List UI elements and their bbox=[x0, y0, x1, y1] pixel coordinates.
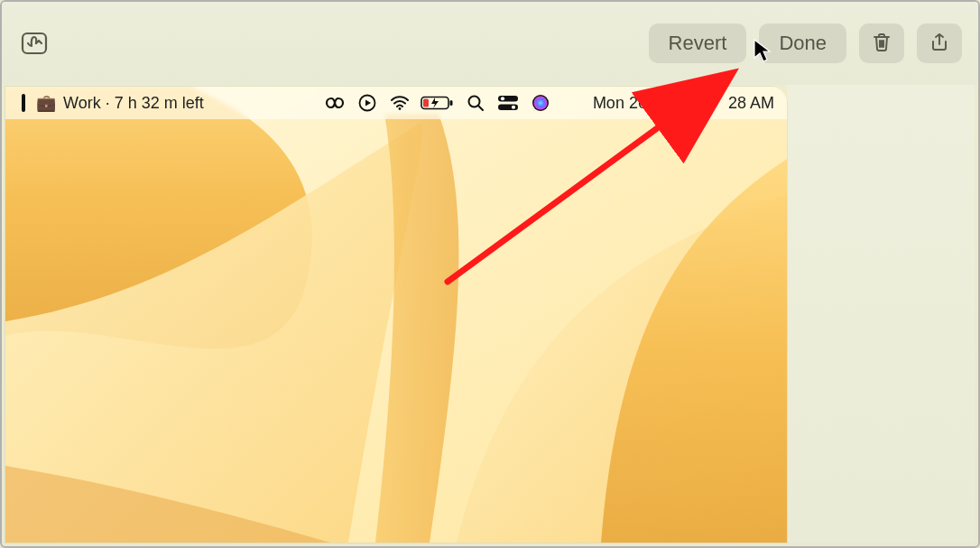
infinity-icon[interactable] bbox=[322, 95, 347, 111]
briefcase-icon[interactable]: 💼 bbox=[36, 93, 56, 113]
menubar-time-partial: 28 AM bbox=[728, 94, 774, 112]
markup-icon[interactable] bbox=[18, 27, 51, 60]
focus-time-remaining: 7 h 32 m left bbox=[115, 94, 204, 112]
svg-point-10 bbox=[501, 97, 504, 100]
focus-name: Work bbox=[63, 94, 101, 112]
macos-menubar: 💼 Work · 7 h 32 m left bbox=[5, 87, 787, 119]
menubar-date: Mon 26 Sept bbox=[593, 94, 685, 112]
revert-button[interactable]: Revert bbox=[649, 23, 747, 63]
siri-icon[interactable] bbox=[528, 94, 553, 112]
preview-gutter bbox=[787, 85, 975, 543]
markup-toolbar: Revert Done bbox=[2, 2, 978, 85]
share-button[interactable] bbox=[917, 23, 962, 63]
control-center-icon[interactable] bbox=[495, 96, 521, 110]
play-icon[interactable] bbox=[355, 94, 380, 112]
menubar-datetime[interactable]: Mon 26 Sept 128 AM bbox=[566, 87, 774, 132]
search-icon[interactable] bbox=[463, 94, 488, 112]
svg-rect-5 bbox=[449, 100, 452, 106]
delete-button[interactable] bbox=[859, 23, 904, 63]
svg-point-13 bbox=[533, 97, 547, 110]
svg-rect-6 bbox=[423, 99, 429, 107]
focus-status[interactable]: Work · 7 h 32 m left bbox=[63, 94, 204, 113]
screenshot-content: 💼 Work · 7 h 32 m left bbox=[5, 87, 787, 543]
menubar-indicator bbox=[22, 94, 25, 112]
svg-point-3 bbox=[398, 107, 401, 110]
battery-low-charging-icon[interactable] bbox=[420, 95, 456, 111]
share-icon bbox=[929, 32, 950, 56]
desktop-wallpaper bbox=[5, 87, 787, 543]
trash-icon bbox=[871, 32, 892, 56]
svg-point-11 bbox=[512, 106, 515, 109]
done-button[interactable]: Done bbox=[759, 23, 846, 63]
wifi-icon[interactable] bbox=[387, 95, 412, 111]
svg-point-7 bbox=[468, 97, 479, 107]
